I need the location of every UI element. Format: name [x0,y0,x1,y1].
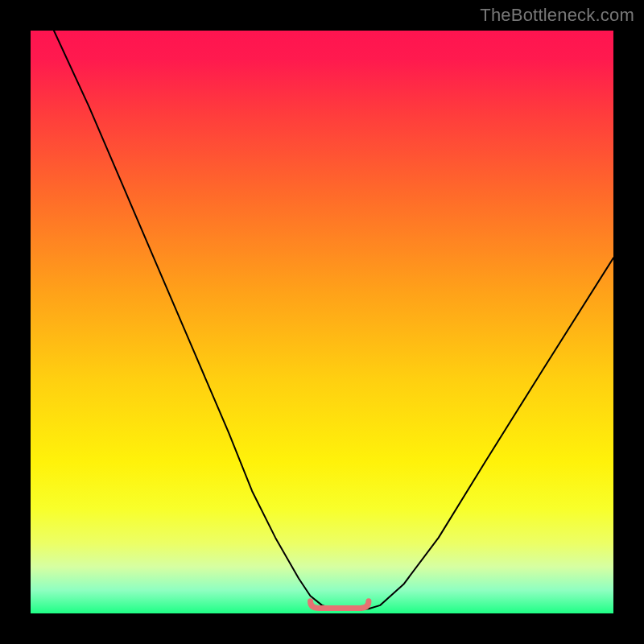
chart-frame: TheBottleneck.com [0,0,644,644]
bottleneck-curve [31,31,613,613]
plot-area [31,31,613,613]
watermark-text: TheBottleneck.com [480,5,634,26]
curve-path [54,31,613,610]
